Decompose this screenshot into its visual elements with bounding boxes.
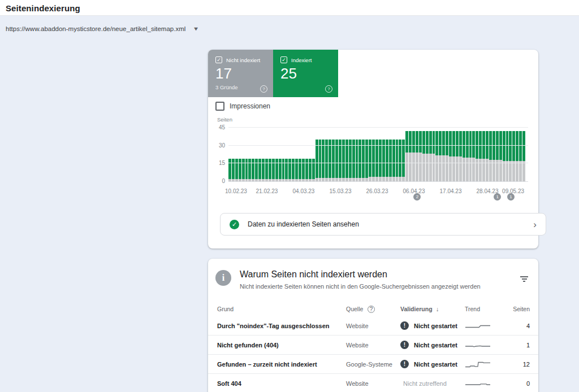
chart-bar[interactable] [426, 128, 429, 181]
chart-bar[interactable] [446, 128, 448, 181]
chart-bar[interactable] [435, 128, 438, 181]
chart-bar[interactable] [482, 128, 485, 181]
chart-bar[interactable] [389, 128, 392, 181]
checkbox-checked-icon[interactable]: ✓ [280, 56, 287, 63]
help-icon[interactable]: ? [260, 85, 267, 93]
chart-bar[interactable] [356, 128, 358, 181]
column-header-source[interactable]: Quelle [346, 306, 363, 312]
chart-bar[interactable] [375, 128, 378, 181]
chart-bar[interactable] [439, 128, 442, 181]
chart-bar[interactable] [496, 128, 499, 181]
chart-bar[interactable] [419, 128, 422, 181]
chart-bar[interactable] [399, 128, 401, 181]
chart-bar[interactable] [466, 128, 469, 181]
chart-bar[interactable] [285, 128, 288, 181]
sitemap-filter-dropdown[interactable]: https://www.abaddon-mysticstore.de/neue_… [6, 25, 198, 32]
checkbox-checked-icon[interactable]: ✓ [215, 56, 222, 63]
chart-bar[interactable] [232, 128, 235, 181]
chart-bar[interactable] [442, 128, 445, 181]
chart-bar[interactable] [472, 128, 475, 181]
chart-bar[interactable] [242, 128, 245, 181]
table-row[interactable]: Nicht gefunden (404)Website!Nicht gestar… [208, 336, 538, 355]
sitemap-url[interactable]: https://www.abaddon-mysticstore.de/neue_… [6, 25, 185, 32]
column-header-trend[interactable]: Trend [465, 306, 480, 312]
chart-bar[interactable] [252, 128, 254, 181]
chart-bar[interactable] [362, 128, 365, 181]
chart-bar[interactable] [349, 128, 352, 181]
chart-bar[interactable] [312, 128, 315, 181]
chart-bar[interactable] [449, 128, 452, 181]
chart-bar[interactable] [382, 128, 385, 181]
chart-bar[interactable] [295, 128, 298, 181]
chart-bar[interactable] [503, 128, 505, 181]
help-icon[interactable]: ? [368, 306, 375, 313]
chart-bar[interactable] [512, 128, 515, 181]
table-row[interactable]: Soft 404WebsiteNicht zutreffend0 [208, 374, 538, 392]
chart-bar[interactable] [228, 128, 231, 181]
chart-bar[interactable] [265, 128, 268, 181]
chart-bar[interactable] [509, 128, 512, 181]
chart-bar[interactable] [248, 128, 251, 181]
chart-bar[interactable] [516, 128, 518, 181]
chart-bar[interactable] [329, 128, 331, 181]
table-row[interactable]: Gefunden – zurzeit nicht indexiertGoogle… [208, 355, 538, 374]
chart-bar[interactable] [459, 128, 462, 181]
chart-bar[interactable] [379, 128, 382, 181]
chart-bar[interactable] [416, 128, 418, 181]
chart-bar[interactable] [369, 128, 371, 181]
column-header-validation[interactable]: Validierung [400, 306, 433, 312]
column-header-pages[interactable]: Seiten [513, 306, 530, 312]
chart-bar[interactable] [345, 128, 348, 181]
chart-bar[interactable] [332, 128, 335, 181]
help-icon[interactable]: ? [325, 85, 332, 93]
chart-bar[interactable] [479, 128, 482, 181]
chart-bar[interactable] [405, 128, 408, 181]
chart-bar[interactable] [429, 128, 432, 181]
chart-bar[interactable] [402, 128, 405, 181]
chart-bar[interactable] [422, 128, 425, 181]
column-header-reason[interactable]: Grund [217, 306, 234, 312]
chart-bar[interactable] [396, 128, 399, 181]
chart-bar[interactable] [499, 128, 502, 181]
filter-icon[interactable] [520, 276, 528, 283]
chart-bar[interactable] [492, 128, 495, 181]
chart-bar[interactable] [392, 128, 395, 181]
chart-bar[interactable] [456, 128, 459, 181]
chart-bar[interactable] [322, 128, 325, 181]
chart-bar[interactable] [469, 128, 472, 181]
chart-bar[interactable] [255, 128, 258, 181]
chart-bar[interactable] [292, 128, 295, 181]
chart-bar[interactable] [288, 128, 291, 181]
chart-bar[interactable] [358, 128, 361, 181]
chart-bar[interactable] [272, 128, 275, 181]
chart-bar[interactable] [239, 128, 241, 181]
chart-bar[interactable] [352, 128, 355, 181]
chart-bar[interactable] [486, 128, 489, 181]
chart-bar[interactable] [463, 128, 465, 181]
chart-bar[interactable] [275, 128, 278, 181]
not-indexed-tile[interactable]: ✓ Nicht indexiert 17 3 Gründe ? [208, 50, 273, 97]
chart-bar[interactable] [412, 128, 415, 181]
chart-bar[interactable] [325, 128, 328, 181]
chart-bar[interactable] [302, 128, 305, 181]
chart-bar[interactable] [409, 128, 412, 181]
chart-bar[interactable] [282, 128, 285, 181]
chart-bar[interactable] [309, 128, 312, 181]
chart-bar[interactable] [258, 128, 261, 181]
chart-bar[interactable] [235, 128, 238, 181]
chart-bar[interactable] [269, 128, 271, 181]
chart-bar[interactable] [316, 128, 318, 181]
chart-bar[interactable] [489, 128, 492, 181]
chart-bar[interactable] [519, 128, 522, 181]
indexed-tile[interactable]: ✓ Indexiert 25 ? [273, 50, 338, 97]
chart-bar[interactable] [299, 128, 301, 181]
chart-bar[interactable] [279, 128, 282, 181]
chart-bar[interactable] [433, 128, 435, 181]
checkbox-unchecked-icon[interactable] [215, 102, 224, 111]
chart-bar[interactable] [372, 128, 375, 181]
chart-bar[interactable] [522, 128, 525, 181]
chart-bar[interactable] [319, 128, 322, 181]
chart-bar[interactable] [365, 128, 368, 181]
chart-bar[interactable] [452, 128, 455, 181]
chart-bar[interactable] [506, 128, 509, 181]
